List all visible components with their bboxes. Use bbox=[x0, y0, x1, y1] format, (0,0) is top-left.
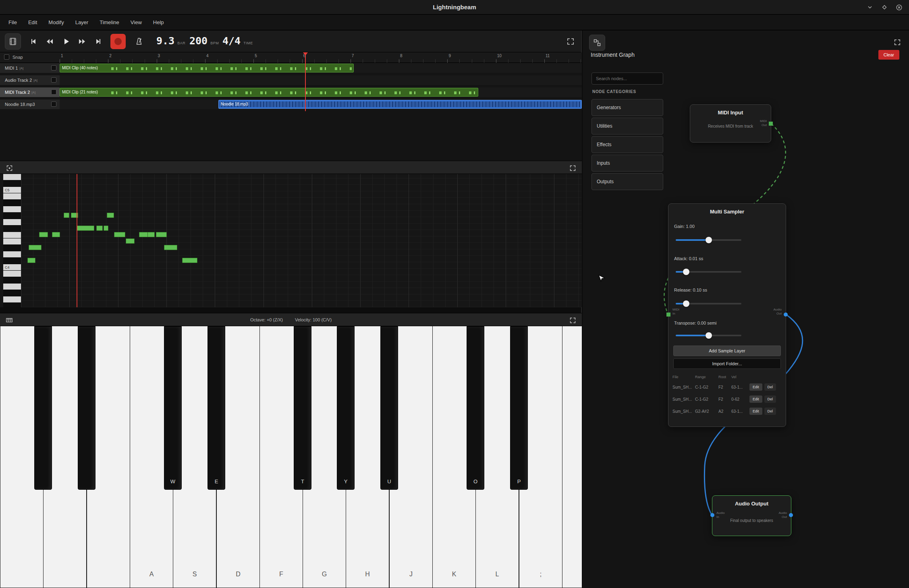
time-sig-readout[interactable]: 4/4 TIME bbox=[222, 35, 253, 47]
roll-key[interactable]: C5 bbox=[3, 187, 21, 193]
category-effects[interactable]: Effects bbox=[591, 136, 663, 153]
sample-edit-button[interactable]: Edit bbox=[749, 408, 762, 415]
audio-out-port[interactable] bbox=[784, 313, 788, 317]
track-row[interactable]: Noodle 18.mp3Noodle 18.mp3 bbox=[0, 99, 582, 109]
black-key[interactable]: W bbox=[164, 326, 182, 490]
roll-key[interactable]: C4 bbox=[3, 264, 21, 271]
roll-key[interactable] bbox=[3, 232, 21, 238]
clip-midi[interactable]: MIDI Clip (21 notes) bbox=[60, 88, 478, 97]
roll-key[interactable] bbox=[3, 296, 21, 303]
midi-note[interactable] bbox=[64, 213, 69, 218]
transpose-slider[interactable] bbox=[676, 335, 741, 336]
sample-del-button[interactable]: Del bbox=[764, 408, 776, 415]
skip-start-button[interactable] bbox=[26, 35, 41, 48]
roll-key[interactable] bbox=[3, 226, 21, 232]
roll-key[interactable] bbox=[3, 200, 21, 206]
node-audio-output[interactable]: Audio Output Audio In Final output to sp… bbox=[712, 495, 791, 536]
release-knob[interactable] bbox=[683, 300, 689, 307]
roll-key[interactable] bbox=[3, 284, 21, 290]
white-key[interactable] bbox=[562, 326, 582, 588]
clip-midi[interactable]: MIDI Clip (40 notes) bbox=[60, 64, 354, 72]
close-icon[interactable] bbox=[896, 4, 903, 11]
category-utilities[interactable]: Utilities bbox=[591, 118, 663, 135]
roll-key[interactable] bbox=[3, 219, 21, 226]
midi-note[interactable] bbox=[114, 232, 125, 237]
maximize-icon[interactable] bbox=[881, 4, 888, 10]
midi-note[interactable] bbox=[164, 245, 177, 250]
release-slider[interactable] bbox=[676, 303, 741, 304]
midi-note[interactable] bbox=[39, 232, 48, 237]
midi-note[interactable] bbox=[107, 213, 114, 218]
gain-slider[interactable] bbox=[676, 239, 741, 241]
roll-key[interactable] bbox=[3, 271, 21, 277]
midi-note[interactable] bbox=[126, 238, 135, 244]
roll-expand-button[interactable] bbox=[568, 164, 577, 172]
roll-key[interactable] bbox=[3, 277, 21, 284]
black-key[interactable]: U bbox=[380, 326, 398, 490]
audio-output-in-port[interactable] bbox=[710, 513, 714, 517]
black-key[interactable] bbox=[34, 326, 52, 490]
fast-forward-button[interactable] bbox=[75, 35, 89, 48]
track-checkbox[interactable] bbox=[51, 77, 56, 83]
roll-key[interactable] bbox=[3, 193, 21, 200]
roll-key[interactable] bbox=[3, 206, 21, 213]
track-row[interactable]: Audio Track 2[A] bbox=[0, 75, 582, 85]
midi-note[interactable] bbox=[27, 258, 35, 263]
metronome-button[interactable] bbox=[132, 35, 146, 48]
menu-item-timeline[interactable]: Timeline bbox=[94, 17, 125, 28]
transpose-knob[interactable] bbox=[706, 332, 712, 339]
midi-note[interactable] bbox=[29, 245, 42, 250]
rewind-button[interactable] bbox=[42, 35, 57, 48]
track-header[interactable]: MIDI Track 2[A] bbox=[0, 87, 60, 97]
attack-slider[interactable] bbox=[676, 271, 741, 273]
black-key[interactable] bbox=[78, 326, 95, 490]
roll-key[interactable] bbox=[3, 174, 21, 180]
black-key[interactable]: Y bbox=[337, 326, 355, 490]
track-header[interactable]: Noodle 18.mp3 bbox=[0, 99, 60, 109]
sample-edit-button[interactable]: Edit bbox=[749, 395, 762, 403]
black-key[interactable]: O bbox=[467, 326, 484, 490]
track-row[interactable]: MIDI 1[A]MIDI Clip (40 notes) bbox=[0, 63, 582, 73]
black-key[interactable]: P bbox=[510, 326, 528, 490]
tracks-panel-button[interactable] bbox=[5, 33, 21, 50]
midi-note[interactable] bbox=[147, 232, 155, 237]
track-row[interactable]: MIDI Track 2[A]MIDI Clip (21 notes) bbox=[0, 87, 582, 97]
menu-item-layer[interactable]: Layer bbox=[70, 17, 94, 28]
midi-note[interactable] bbox=[96, 226, 103, 231]
roll-key[interactable] bbox=[3, 245, 21, 251]
record-button[interactable] bbox=[110, 34, 126, 49]
node-multi-sampler[interactable]: Multi Sampler Gain: 1.00 Attack: 0.01 ss… bbox=[668, 203, 786, 427]
roll-key[interactable] bbox=[3, 251, 21, 258]
timeline-expand-button[interactable] bbox=[565, 36, 576, 47]
midi-note[interactable] bbox=[52, 232, 60, 237]
play-button[interactable] bbox=[59, 35, 73, 48]
import-folder-button[interactable]: Import Folder... bbox=[673, 358, 781, 369]
menu-item-help[interactable]: Help bbox=[148, 17, 169, 28]
skip-end-button[interactable] bbox=[91, 35, 106, 48]
track-header[interactable]: Audio Track 2[A] bbox=[0, 75, 60, 85]
roll-fit-button[interactable] bbox=[5, 164, 14, 172]
roll-key[interactable] bbox=[3, 258, 21, 264]
midi-note[interactable] bbox=[104, 226, 108, 231]
sample-del-button[interactable]: Del bbox=[764, 383, 776, 391]
clear-graph-button[interactable]: Clear bbox=[878, 50, 899, 60]
graph-expand-button[interactable] bbox=[893, 38, 902, 47]
midi-in-port[interactable] bbox=[666, 313, 670, 317]
roll-grid[interactable] bbox=[21, 174, 582, 307]
track-header[interactable]: MIDI 1[A] bbox=[0, 63, 60, 73]
bar-readout[interactable]: 9.3 BAR bbox=[156, 35, 185, 47]
sample-edit-button[interactable]: Edit bbox=[749, 383, 762, 391]
track-checkbox[interactable] bbox=[51, 89, 56, 95]
chevron-down-icon[interactable] bbox=[867, 4, 873, 10]
gain-knob[interactable] bbox=[706, 237, 712, 243]
attack-knob[interactable] bbox=[683, 269, 689, 275]
sample-del-button[interactable]: Del bbox=[764, 395, 776, 403]
category-outputs[interactable]: Outputs bbox=[591, 173, 663, 190]
midi-note[interactable] bbox=[182, 258, 197, 263]
roll-key[interactable] bbox=[3, 180, 21, 187]
black-key[interactable]: E bbox=[208, 326, 225, 490]
menu-item-edit[interactable]: Edit bbox=[23, 17, 42, 28]
bpm-readout[interactable]: 200 BPM bbox=[189, 35, 219, 47]
midi-note[interactable] bbox=[156, 232, 167, 237]
category-generators[interactable]: Generators bbox=[591, 99, 663, 116]
